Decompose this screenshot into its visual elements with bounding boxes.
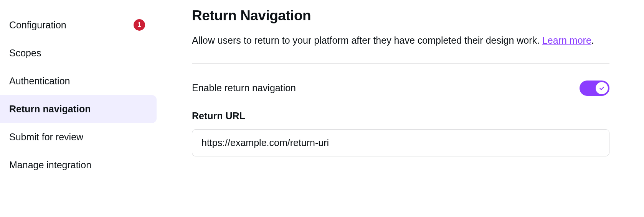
sidebar-item-scopes[interactable]: Scopes <box>0 39 157 67</box>
enable-return-navigation-toggle[interactable] <box>580 81 609 96</box>
toggle-label: Enable return navigation <box>192 82 296 94</box>
sidebar-item-label: Manage integration <box>9 159 91 171</box>
sidebar-item-authentication[interactable]: Authentication <box>0 67 157 95</box>
sidebar-item-manage-integration[interactable]: Manage integration <box>0 151 157 179</box>
sidebar-item-label: Scopes <box>9 48 41 59</box>
sidebar-item-label: Authentication <box>9 76 70 87</box>
page-title: Return Navigation <box>192 8 609 24</box>
toggle-knob <box>596 82 608 94</box>
check-icon <box>598 85 605 92</box>
page-description: Allow users to return to your platform a… <box>192 33 609 48</box>
divider <box>192 63 609 64</box>
sidebar: Configuration 1 Scopes Authentication Re… <box>0 0 157 217</box>
enable-return-navigation-row: Enable return navigation <box>192 81 609 96</box>
main-content: Return Navigation Allow users to return … <box>157 0 644 217</box>
return-url-input[interactable] <box>192 129 609 156</box>
sidebar-item-submit-for-review[interactable]: Submit for review <box>0 123 157 151</box>
sidebar-item-return-navigation[interactable]: Return navigation <box>0 95 157 123</box>
sidebar-item-label: Submit for review <box>9 132 83 143</box>
sidebar-item-configuration[interactable]: Configuration 1 <box>0 11 157 39</box>
learn-more-link[interactable]: Learn more <box>542 35 591 46</box>
sidebar-item-label: Configuration <box>9 20 66 31</box>
sidebar-item-label: Return navigation <box>9 104 91 115</box>
notification-badge: 1 <box>134 19 145 31</box>
return-url-label: Return URL <box>192 110 609 122</box>
